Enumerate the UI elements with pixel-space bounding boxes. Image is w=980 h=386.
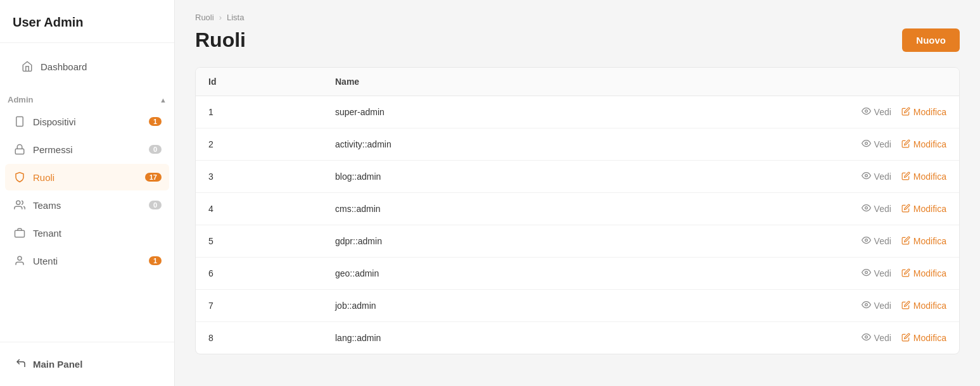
svg-point-5 <box>18 256 22 260</box>
cell-id: 6 <box>196 258 322 290</box>
svg-point-8 <box>865 175 867 177</box>
vedi-button[interactable]: Vedi <box>862 300 891 311</box>
vedi-button[interactable]: Vedi <box>862 203 891 215</box>
edit-icon <box>901 139 910 150</box>
cell-actions: Vedi Modifica <box>593 290 959 322</box>
table-row: 7job::admin Vedi Modifica <box>196 290 959 322</box>
edit-icon <box>901 204 910 215</box>
edit-icon <box>901 301 910 311</box>
sidebar-item-permessi[interactable]: Permessi 0 <box>5 136 169 163</box>
eye-icon <box>862 300 871 311</box>
modifica-button[interactable]: Modifica <box>901 107 946 118</box>
eye-icon <box>862 203 871 215</box>
edit-icon <box>901 171 910 182</box>
back-icon <box>15 358 27 371</box>
svg-point-12 <box>865 304 867 306</box>
svg-rect-4 <box>15 230 25 237</box>
modifica-button[interactable]: Modifica <box>901 268 946 279</box>
table-row: 8lang::admin Vedi Modifica <box>196 322 959 354</box>
modifica-button[interactable]: Modifica <box>901 333 946 344</box>
chevron-up-icon: ▲ <box>160 96 167 104</box>
svg-point-7 <box>865 142 867 145</box>
app-title: User Admin <box>0 0 174 43</box>
sidebar-item-teams[interactable]: Teams 0 <box>5 192 169 218</box>
svg-point-3 <box>16 201 20 204</box>
cell-id: 8 <box>196 322 322 354</box>
vedi-button[interactable]: Vedi <box>862 235 891 247</box>
sidebar-item-utenti[interactable]: Utenti 1 <box>5 247 169 274</box>
cell-name: blog::admin <box>322 161 593 193</box>
cell-name: gdpr::admin <box>322 225 593 258</box>
vedi-button[interactable]: Vedi <box>862 332 891 344</box>
main-content: Ruoli › Lista Ruoli Nuovo Id Name 1super… <box>175 0 980 386</box>
edit-icon <box>901 107 910 118</box>
vedi-button[interactable]: Vedi <box>862 268 891 279</box>
main-panel-label: Main Panel <box>33 359 82 370</box>
sidebar-item-dispositivi[interactable]: Dispositivi 1 <box>5 108 169 135</box>
eye-icon <box>862 139 871 150</box>
vedi-button[interactable]: Vedi <box>862 139 891 150</box>
eye-icon <box>862 171 871 182</box>
svg-point-10 <box>865 239 867 242</box>
cell-id: 2 <box>196 128 322 161</box>
cell-name: super-admin <box>322 96 593 128</box>
nuovo-button[interactable]: Nuovo <box>902 28 960 52</box>
lock-icon <box>13 142 27 156</box>
table-header: Id Name <box>196 68 959 96</box>
page-title: Ruoli <box>195 28 246 52</box>
modifica-button[interactable]: Modifica <box>901 204 946 215</box>
svg-point-13 <box>865 336 867 339</box>
edit-icon <box>901 236 910 247</box>
cell-actions: Vedi Modifica <box>593 161 959 193</box>
svg-point-6 <box>865 110 867 113</box>
col-actions <box>593 68 959 96</box>
cell-actions: Vedi Modifica <box>593 193 959 225</box>
breadcrumb-current: Lista <box>227 13 244 22</box>
teams-icon <box>13 198 27 212</box>
eye-icon <box>862 106 871 118</box>
teams-label: Teams <box>33 200 149 211</box>
cell-name: cms::admin <box>322 193 593 225</box>
cell-actions: Vedi Modifica <box>593 96 959 128</box>
table-row: 1super-admin Vedi Modifica <box>196 96 959 128</box>
svg-point-9 <box>865 207 867 209</box>
table-row: 4cms::admin Vedi Modifica <box>196 193 959 225</box>
table-row: 6geo::admin Vedi Modifica <box>196 258 959 290</box>
home-icon <box>20 59 34 73</box>
breadcrumb-parent: Ruoli <box>195 13 214 22</box>
vedi-button[interactable]: Vedi <box>862 171 891 182</box>
utenti-label: Utenti <box>33 256 149 266</box>
cell-name: geo::admin <box>322 258 593 290</box>
modifica-button[interactable]: Modifica <box>901 236 946 247</box>
cell-id: 1 <box>196 96 322 128</box>
sidebar: User Admin Dashboard Admin ▲ Dispositivi… <box>0 0 175 386</box>
sidebar-item-tenant[interactable]: Tenant <box>5 220 169 246</box>
table-row: 3blog::admin Vedi Modifica <box>196 161 959 193</box>
dashboard-label: Dashboard <box>41 61 154 72</box>
modifica-button[interactable]: Modifica <box>901 171 946 182</box>
permessi-label: Permessi <box>33 144 149 155</box>
eye-icon <box>862 235 871 247</box>
tenant-label: Tenant <box>33 228 162 239</box>
breadcrumb: Ruoli › Lista <box>195 13 960 22</box>
page-header: Ruoli Nuovo <box>195 28 960 52</box>
ruoli-label: Ruoli <box>33 172 145 183</box>
sidebar-item-dashboard[interactable]: Dashboard <box>13 53 162 80</box>
main-panel-button[interactable]: Main Panel <box>8 352 167 376</box>
utenti-badge: 1 <box>149 256 162 265</box>
modifica-button[interactable]: Modifica <box>901 139 946 150</box>
dispositivi-badge: 1 <box>149 117 162 126</box>
shield-icon <box>13 170 27 184</box>
cell-id: 3 <box>196 161 322 193</box>
cell-id: 4 <box>196 193 322 225</box>
sidebar-item-ruoli[interactable]: Ruoli 17 <box>5 164 169 190</box>
vedi-button[interactable]: Vedi <box>862 106 891 118</box>
cell-name: job::admin <box>322 290 593 322</box>
sidebar-group-admin: Admin ▲ <box>0 86 174 108</box>
breadcrumb-sep: › <box>219 13 222 22</box>
cell-actions: Vedi Modifica <box>593 225 959 258</box>
svg-rect-2 <box>15 149 24 154</box>
modifica-button[interactable]: Modifica <box>901 301 946 311</box>
cell-actions: Vedi Modifica <box>593 322 959 354</box>
eye-icon <box>862 268 871 279</box>
